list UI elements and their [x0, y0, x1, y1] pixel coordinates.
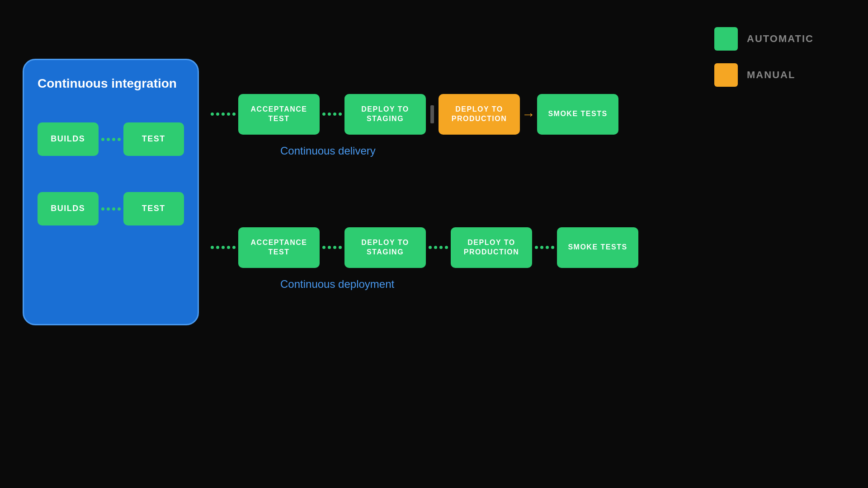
deploy-production-deployment: DEPLOY TOPRODUCTION	[451, 227, 532, 268]
dot	[107, 138, 110, 141]
dot	[328, 246, 331, 249]
deploy-staging-deployment: DEPLOY TOSTAGING	[344, 227, 426, 268]
dot	[333, 113, 336, 116]
legend-automatic: AUTOMATIC	[714, 27, 814, 51]
dots-d1	[320, 113, 344, 116]
pipeline-area: ACCEPTANCETEST DEPLOY TOSTAGING DEPLOY T…	[208, 59, 841, 325]
dot	[339, 113, 342, 116]
dot	[232, 113, 236, 116]
delivery-label: Continuous delivery	[280, 145, 376, 157]
deploy-production-delivery: DEPLOY TOPRODUCTION	[439, 94, 520, 135]
dot	[232, 246, 236, 249]
deploy-staging-delivery: DEPLOY TOSTAGING	[344, 94, 426, 135]
dots-dp2	[426, 246, 451, 249]
ci-row-1: BUILDS TEST	[38, 122, 184, 156]
automatic-swatch	[714, 27, 738, 51]
dot	[216, 113, 219, 116]
arrow-icon: →	[522, 108, 535, 121]
dot	[333, 246, 336, 249]
test-box-2: TEST	[123, 192, 184, 225]
dot	[211, 113, 214, 116]
entry-dots-delivery	[208, 113, 238, 116]
test-box-1: TEST	[123, 122, 184, 156]
dot	[328, 113, 331, 116]
dot	[339, 246, 342, 249]
dot	[112, 138, 115, 141]
ci-title: Continuous integration	[38, 76, 184, 91]
manual-connector	[426, 105, 439, 123]
dots-dp3	[532, 246, 557, 249]
dot	[439, 246, 443, 249]
dot	[551, 246, 554, 249]
dot	[429, 246, 432, 249]
dot	[107, 207, 110, 211]
builds-box-1: BUILDS	[38, 122, 99, 156]
smoke-tests-delivery: SMOKE TESTS	[537, 94, 618, 135]
dots-1	[99, 138, 123, 141]
arrow-connector: →	[520, 108, 537, 121]
acceptance-test-delivery: ACCEPTANCETEST	[238, 94, 320, 135]
dot	[434, 246, 437, 249]
dot	[101, 207, 104, 211]
dot	[322, 113, 326, 116]
acceptance-test-deployment: ACCEPTANCETEST	[238, 227, 320, 268]
dot	[101, 138, 104, 141]
dot	[540, 246, 543, 249]
dot	[216, 246, 219, 249]
entry-dots-deployment	[208, 246, 238, 249]
dot	[227, 113, 230, 116]
dots-dp1	[320, 246, 344, 249]
deployment-label: Continuous deployment	[280, 278, 394, 291]
ci-panel: Continuous integration BUILDS TEST BUILD…	[23, 59, 199, 325]
dot	[118, 138, 121, 141]
dot	[222, 113, 225, 116]
dot	[322, 246, 326, 249]
dot	[112, 207, 115, 211]
dot	[118, 207, 121, 211]
deployment-section: ACCEPTANCETEST DEPLOY TOSTAGING DEPLOY T…	[208, 227, 841, 291]
delivery-section: ACCEPTANCETEST DEPLOY TOSTAGING DEPLOY T…	[208, 94, 841, 157]
deployment-row: ACCEPTANCETEST DEPLOY TOSTAGING DEPLOY T…	[208, 227, 638, 268]
dot	[546, 246, 549, 249]
ci-rows: BUILDS TEST BUILDS TEST	[38, 122, 184, 225]
bar-stop	[430, 105, 434, 123]
dots-2	[99, 207, 123, 211]
dot	[535, 246, 538, 249]
ci-row-2: BUILDS TEST	[38, 192, 184, 225]
dot	[211, 246, 214, 249]
delivery-row: ACCEPTANCETEST DEPLOY TOSTAGING DEPLOY T…	[208, 94, 618, 135]
dot	[227, 246, 230, 249]
automatic-label: AUTOMATIC	[747, 33, 814, 45]
dot	[222, 246, 225, 249]
builds-box-2: BUILDS	[38, 192, 99, 225]
dot	[445, 246, 448, 249]
smoke-tests-deployment: SMOKE TESTS	[557, 227, 638, 268]
